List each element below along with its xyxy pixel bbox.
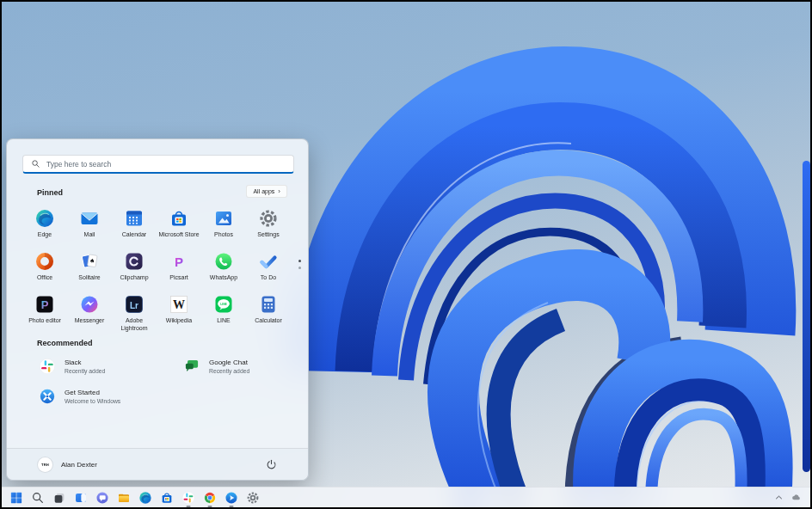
user-account[interactable]: TRH Alan Dexter [38,457,97,472]
taskbar-chat-button[interactable] [93,488,112,506]
pinned-app-photo-editor[interactable]: P Photo editor [22,291,67,334]
calculator-icon [258,294,279,315]
svg-text:P: P [175,254,183,269]
whatsapp-icon [213,251,234,272]
pagination-dots[interactable] [298,260,301,269]
slack-icon [181,491,195,505]
pinned-app-label: WhatsApp [210,274,237,282]
recommended-item-get-started[interactable]: Get Started Welcome to Windows [35,386,180,407]
pinned-grid: Edge Mail Calendar Microsoft Store Photo… [22,205,291,334]
office-icon [34,251,55,272]
pinned-app-solitaire[interactable]: ♠ Solitaire [67,248,112,291]
recommended-section-title: Recommended [37,339,93,347]
recommended-item-sublabel: Welcome to Windows [65,398,120,404]
messenger-icon [79,294,100,315]
pinned-app-label: Messenger [75,317,105,325]
page-dot[interactable] [298,267,301,269]
pinned-app-edge[interactable]: Edge [22,205,67,248]
pinned-app-microsoft-store[interactable]: Microsoft Store [157,205,201,248]
all-apps-button[interactable]: All apps › [246,185,287,198]
taskbar-windows-start-button[interactable] [7,488,26,506]
pinned-app-settings[interactable]: Settings [246,205,291,248]
recommended-grid: Slack Recently added Google Chat Recentl… [35,356,293,407]
file-explorer-icon [117,491,131,505]
solitaire-icon: ♠ [79,251,100,272]
pinned-app-label: Photos [214,231,233,239]
recommended-item-label: Get Started [65,389,120,396]
recommended-item-text: Google Chat Recently added [209,359,249,374]
pinned-section-title: Pinned [37,188,63,197]
pinned-app-mail[interactable]: Mail [67,205,112,248]
todo-icon [258,251,279,272]
pinned-app-wikipedia[interactable]: W Wikipedia [157,291,201,334]
pinned-app-messenger[interactable]: Messenger [67,291,112,334]
lightroom-icon: Lr [124,294,145,315]
pinned-app-office[interactable]: Office [22,248,67,291]
taskbar-settings-button[interactable] [243,488,262,506]
onedrive-icon[interactable] [790,492,802,503]
widgets-icon [74,491,88,505]
pinned-app-label: LINE [217,317,231,325]
photo-editor-icon: P [34,294,55,315]
pinned-app-picsart[interactable]: P Picsart [157,248,201,291]
pinned-app-whatsapp[interactable]: WhatsApp [201,248,246,291]
chevron-right-icon: › [278,188,280,195]
recommended-item-label: Slack [65,359,105,366]
power-icon [265,458,278,471]
pinned-app-line[interactable]: LINE LINE [201,291,246,334]
recommended-item-sublabel: Recently added [65,368,105,374]
taskbar-chrome-button[interactable] [200,488,219,506]
taskbar-file-explorer-button[interactable] [114,488,133,506]
pinned-app-calendar[interactable]: Calendar [112,205,157,248]
pinned-app-clipchamp[interactable]: Clipchamp [112,248,157,291]
system-tray [773,492,802,503]
edge-icon [138,491,152,505]
settings-icon [258,208,279,229]
mail-icon [79,208,100,229]
pinned-app-adobe-lightroom[interactable]: Lr Adobe Lightroom [112,291,157,334]
taskbar-edge-button[interactable] [136,488,155,506]
search-input[interactable]: Type here to search [22,155,294,174]
pinned-app-label: Office [37,274,52,282]
page-dot-active[interactable] [298,260,301,262]
slack-icon [39,358,56,375]
taskbar [2,487,810,507]
all-apps-label: All apps [253,188,274,194]
settings-icon [246,491,260,505]
avatar: TRH [38,457,52,472]
power-button[interactable] [261,455,280,474]
taskbar-task-view-button[interactable] [50,488,69,506]
picsart-icon: P [169,251,189,272]
clipchamp-icon [124,251,145,272]
recommended-item-text: Get Started Welcome to Windows [65,389,120,404]
svg-text:LINE: LINE [220,303,227,306]
taskbar-apps [7,488,262,506]
taskbar-media-player-button[interactable] [222,488,241,506]
recommended-item-slack[interactable]: Slack Recently added [35,356,180,377]
chevron-up-icon[interactable] [773,492,784,503]
svg-text:Lr: Lr [130,301,138,310]
svg-text:P: P [41,298,49,311]
pinned-app-label: Solitaire [78,274,100,282]
svg-text:♠: ♠ [89,257,95,265]
search-placeholder: Type here to search [46,160,111,169]
pinned-app-label: Clipchamp [120,274,148,282]
pinned-app-label: Microsoft Store [158,231,199,239]
microsoft-store-icon [160,491,174,505]
recommended-item-google-chat[interactable]: Google Chat Recently added [180,356,293,377]
pinned-app-label: Settings [257,231,279,239]
svg-text:W: W [173,298,185,311]
start-menu-footer: TRH Alan Dexter [7,448,308,480]
taskbar-microsoft-store-button[interactable] [157,488,176,506]
line-icon: LINE [213,294,234,315]
taskbar-search-button[interactable] [28,488,47,506]
taskbar-slack-button[interactable] [179,488,198,506]
pinned-app-calculator[interactable]: Calculator [246,291,291,334]
pinned-app-label: Calendar [122,231,146,239]
taskbar-widgets-button[interactable] [71,488,90,506]
edge-icon [34,208,55,229]
windows-start-icon [9,491,23,505]
pinned-app-photos[interactable]: Photos [201,205,246,248]
pinned-app-label: Wikipedia [166,317,192,325]
pinned-app-to-do[interactable]: To Do [246,248,291,291]
